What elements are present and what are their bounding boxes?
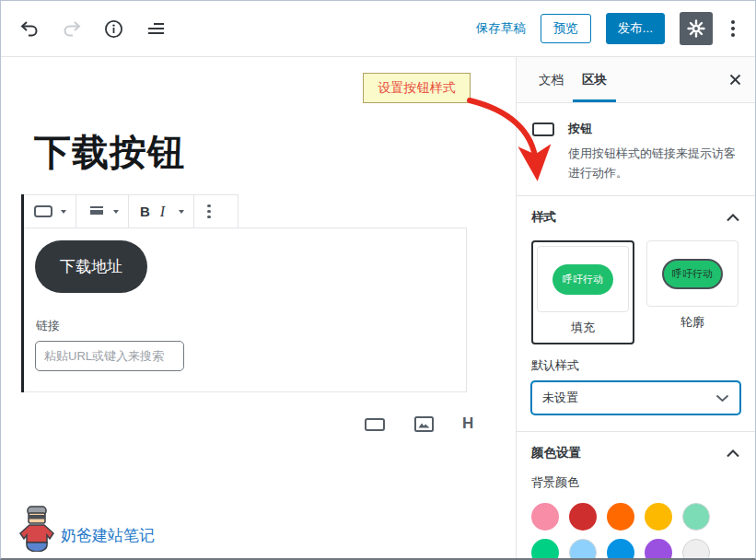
color-swatch-row: [517, 531, 755, 559]
content-structure-button[interactable]: [144, 18, 168, 39]
post-title[interactable]: 下载按钮: [34, 127, 516, 178]
download-button-preview[interactable]: 下载地址: [35, 240, 147, 293]
info-icon: [104, 19, 123, 39]
more-tools-button[interactable]: [727, 17, 739, 41]
content-structure-icon: [145, 20, 166, 37]
block-type-button[interactable]: [31, 202, 55, 221]
avatar: [16, 506, 58, 552]
alignment-icon: [87, 204, 106, 219]
default-style-select[interactable]: 未设置: [531, 381, 740, 414]
chevron-down-icon[interactable]: [113, 210, 119, 214]
redo-button[interactable]: [60, 18, 84, 40]
heading-block-shortcut[interactable]: H: [460, 413, 475, 435]
color-swatch[interactable]: [645, 539, 672, 559]
color-swatch[interactable]: [682, 503, 710, 531]
cta-pill-outline: 呼吁行动: [662, 259, 723, 289]
publish-button[interactable]: 发布...: [606, 13, 665, 44]
alignment-button[interactable]: [86, 202, 108, 221]
settings-sidebar: 文档 区块 按钮 使用按钮样式的链接来提示访客进行动作。 样式: [516, 57, 755, 559]
block-description: 使用按钮样式的链接来提示访客进行动作。: [568, 144, 745, 182]
editor-canvas: 下载按钮: [1, 57, 516, 559]
site-watermark: 奶爸建站笔记: [16, 506, 155, 552]
default-style-label: 默认样式: [531, 357, 740, 374]
block-info-card: 按钮 使用按钮样式的链接来提示访客进行动作。: [517, 103, 755, 196]
color-swatch[interactable]: [531, 503, 559, 531]
background-color-label: 背景颜色: [517, 472, 755, 495]
button-block-shortcut[interactable]: [362, 414, 388, 434]
block-toolbar: B I: [21, 194, 238, 228]
url-search-input[interactable]: [35, 341, 184, 371]
preview-button[interactable]: 预览: [541, 14, 591, 43]
color-section-header[interactable]: 颜色设置: [517, 432, 755, 472]
settings-button[interactable]: [680, 12, 713, 45]
color-swatch[interactable]: [569, 539, 597, 559]
block-more-options-button[interactable]: [204, 203, 215, 221]
style-options: 呼吁行动 填充 呼吁行动 轮廓: [517, 237, 755, 346]
selected-button-block: B I 下载地址 链接: [21, 194, 467, 392]
chevron-up-icon: [726, 214, 740, 222]
annotation-note: 设置按钮样式: [363, 73, 471, 103]
gear-icon: [687, 19, 705, 38]
color-swatch[interactable]: [607, 503, 634, 531]
kebab-menu-icon: [207, 204, 211, 208]
undo-icon: [19, 19, 40, 38]
button-block-icon: [364, 416, 386, 432]
style-preview-outline: 呼吁行动: [646, 240, 739, 307]
default-style-value: 未设置: [542, 390, 578, 406]
styles-section-title: 样式: [531, 209, 556, 226]
block-shortcuts-row: H: [362, 413, 516, 435]
redo-icon: [62, 19, 82, 38]
styles-section-header[interactable]: 样式: [517, 196, 755, 237]
color-swatch[interactable]: [607, 539, 634, 559]
block-name: 按钮: [568, 121, 745, 137]
undo-button[interactable]: [17, 18, 41, 40]
button-block-icon: [33, 204, 53, 219]
color-swatch[interactable]: [682, 539, 710, 559]
chevron-up-icon: [726, 449, 740, 458]
color-swatch[interactable]: [645, 503, 672, 531]
sidebar-tabs: 文档 区块: [517, 57, 755, 103]
style-label-outline: 轮廓: [646, 307, 739, 337]
wordpress-editor-window: 保存草稿 预览 发布...: [0, 0, 756, 560]
style-label-fill: 填充: [537, 312, 629, 343]
editor-topbar: 保存草稿 预览 发布...: [1, 1, 755, 57]
color-swatch[interactable]: [569, 503, 597, 531]
kebab-menu-icon: [731, 20, 735, 24]
chevron-down-icon: [715, 394, 729, 402]
default-style-group: 默认样式 未设置: [517, 346, 755, 432]
link-label: 链接: [36, 318, 453, 334]
image-block-shortcut[interactable]: [412, 414, 436, 435]
bold-button[interactable]: B: [138, 202, 152, 221]
cta-pill-fill: 呼吁行动: [552, 264, 613, 295]
button-block-body: 下载地址 链接: [21, 228, 467, 392]
info-button[interactable]: [102, 18, 125, 41]
style-preview-fill: 呼吁行动: [537, 246, 629, 312]
italic-button[interactable]: I: [157, 204, 168, 220]
close-icon: [728, 73, 742, 87]
chevron-down-icon[interactable]: [61, 210, 66, 214]
tab-document[interactable]: 文档: [529, 57, 573, 102]
style-option-fill[interactable]: 呼吁行动 填充: [531, 240, 634, 344]
color-swatch[interactable]: [531, 539, 559, 559]
close-sidebar-button[interactable]: [728, 57, 742, 102]
chevron-down-icon[interactable]: [179, 210, 184, 214]
save-draft-button[interactable]: 保存草稿: [476, 20, 526, 37]
style-option-outline[interactable]: 呼吁行动 轮廓: [646, 240, 739, 337]
tab-block[interactable]: 区块: [573, 57, 616, 102]
button-block-icon: [531, 122, 555, 182]
color-section-title: 颜色设置: [531, 445, 581, 461]
color-swatch-row: [517, 495, 755, 531]
watermark-text: 奶爸建站笔记: [61, 525, 155, 552]
image-block-icon: [413, 415, 435, 433]
